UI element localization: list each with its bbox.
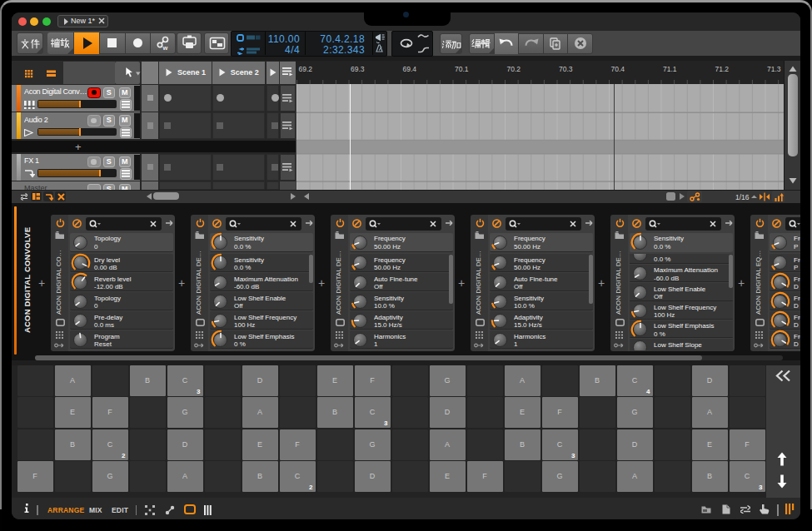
svg-text:w: w — [162, 44, 168, 52]
